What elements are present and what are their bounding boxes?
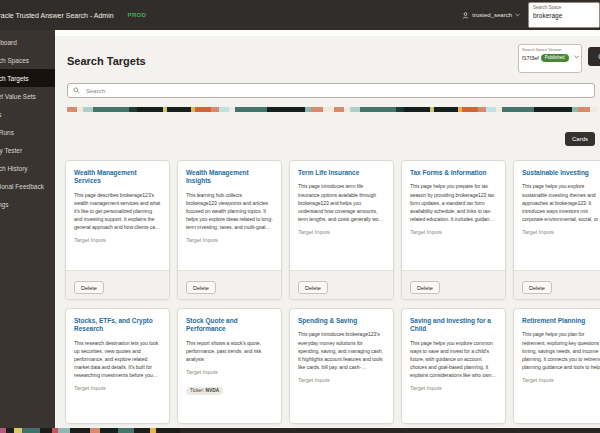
delete-button[interactable]: Delete	[74, 281, 104, 294]
delete-button[interactable]: Delete	[298, 281, 328, 294]
sidebar-item-label: Settings	[0, 201, 9, 208]
sidebar-item-label: Search History	[0, 165, 28, 172]
search-space-value: brokerage	[533, 11, 595, 20]
card-title-link[interactable]: Saving and Investing for a Child	[402, 309, 505, 334]
target-inputs-label: Target Inputs	[178, 231, 281, 243]
chip-value: NVDA	[206, 388, 220, 393]
card-spacer	[178, 396, 281, 423]
page-header-actions: Search Space Version f17f3ef Published C…	[518, 44, 600, 73]
search-target-card: Stock Quote and PerformanceThis report s…	[177, 308, 282, 424]
card-title-link[interactable]: Retirement Planning	[514, 309, 600, 325]
search-target-card: Wealth Management ServicesThis page desc…	[65, 160, 170, 300]
bottom-decorative-strip	[0, 428, 600, 433]
search-target-card: Stocks, ETFs, and Crypto ResearchThis re…	[65, 308, 170, 424]
target-inputs-label: Target Inputs	[66, 379, 169, 391]
app-window: Oracle Trusted Answer Search - Admin PRO…	[0, 0, 600, 433]
sidebar-item-additional-feedback[interactable]: Additional Feedback	[0, 177, 55, 195]
target-input-chips: Ticker: NVDA	[178, 375, 281, 396]
delete-button[interactable]: Delete	[186, 281, 216, 294]
target-inputs-label: Target Inputs	[290, 223, 393, 235]
search-target-card: Retirement PlanningThis page helps you p…	[513, 308, 600, 424]
decorative-art-strip	[67, 107, 597, 112]
card-title-link[interactable]: Sustainable Investing	[514, 161, 600, 177]
card-title-link[interactable]: Stocks, ETFs, and Crypto Research	[66, 309, 169, 334]
user-icon	[462, 12, 469, 19]
sidebar-item-settings[interactable]: Settings	[0, 195, 55, 213]
card-spacer	[402, 235, 505, 270]
card-title-link[interactable]: Term Life Insurance	[290, 161, 393, 177]
sidebar-item-rules[interactable]: Rules	[0, 105, 55, 123]
cards-view-toggle[interactable]: Cards	[565, 132, 595, 146]
sidebar-item-search-spaces[interactable]: Search Spaces	[0, 51, 55, 69]
search-target-card: Saving and Investing for a ChildThis pag…	[401, 308, 506, 424]
card-description: This page helps you prepare for tax seas…	[402, 177, 505, 222]
sidebar-item-label: Test Runs	[0, 129, 14, 136]
card-description: This page helps you explore sustainable …	[514, 177, 600, 222]
card-description: This page introduces brokerage123's ever…	[290, 325, 393, 370]
search-bar	[67, 83, 595, 98]
sidebar-item-test-runs[interactable]: Test Runs	[0, 123, 55, 141]
sidebar-item-label: Dashboard	[0, 39, 17, 46]
content-top-divider	[55, 30, 600, 36]
card-title-link[interactable]: Tax Forms & Information	[402, 161, 505, 177]
app-title: Oracle Trusted Answer Search - Admin	[0, 12, 114, 19]
card-footer: Delete	[66, 270, 169, 300]
sidebar-item-dashboard[interactable]: Dashboard	[0, 33, 55, 51]
top-bar: Oracle Trusted Answer Search - Admin PRO…	[0, 0, 600, 30]
version-value: f17f3ef	[522, 55, 539, 61]
sidebar-item-target-value-sets[interactable]: Target Value Sets	[0, 87, 55, 105]
search-target-card: Tax Forms & InformationThis page helps y…	[401, 160, 506, 300]
card-spacer	[66, 391, 169, 423]
search-target-card: Sustainable InvestingThis page helps you…	[513, 160, 600, 300]
card-spacer	[178, 243, 281, 269]
sidebar-nav: DashboardSearch SpacesSearch TargetsTarg…	[0, 30, 55, 428]
card-title-link[interactable]: Wealth Management Insights	[178, 161, 281, 186]
card-footer: Delete	[514, 270, 600, 300]
page-title: Search Targets	[67, 55, 146, 67]
card-spacer	[290, 383, 393, 423]
card-description: This page helps you explore common ways …	[402, 334, 505, 379]
card-description: This learning hub collects brokerage123 …	[178, 186, 281, 231]
sidebar-item-label: Query Tester	[0, 147, 22, 154]
main-content: Search Targets Search Space Version f17f…	[55, 30, 600, 433]
cards-grid: Wealth Management ServicesThis page desc…	[65, 160, 600, 424]
card-spacer	[402, 391, 505, 423]
card-footer: Delete	[290, 270, 393, 300]
card-description: This page describes brokerage123's wealt…	[66, 186, 169, 231]
sidebar-item-search-targets[interactable]: Search Targets	[0, 69, 55, 87]
create-button[interactable]: Create	[588, 47, 600, 66]
search-space-version-select[interactable]: Search Space Version f17f3ef Published	[518, 44, 582, 73]
delete-button[interactable]: Delete	[522, 281, 552, 294]
card-footer: Delete	[178, 270, 281, 300]
search-target-card: Wealth Management InsightsThis learning …	[177, 160, 282, 300]
card-title-link[interactable]: Spending & Saving	[290, 309, 393, 325]
card-description: This page introduces term life insurance…	[290, 177, 393, 222]
sidebar-item-query-tester[interactable]: Query Tester	[0, 141, 55, 159]
target-inputs-label: Target Inputs	[178, 363, 281, 375]
target-inputs-label: Target Inputs	[290, 371, 393, 383]
sidebar-item-search-history[interactable]: Search History	[0, 159, 55, 177]
card-spacer	[66, 243, 169, 269]
card-spacer	[290, 235, 393, 270]
card-title-link[interactable]: Stock Quote and Performance	[178, 309, 281, 334]
search-target-card: Term Life InsuranceThis page introduces …	[289, 160, 394, 300]
target-input-chip: Ticker: NVDA	[186, 387, 223, 395]
published-status-badge: Published	[541, 54, 569, 62]
chevron-down-icon	[515, 13, 520, 17]
card-spacer	[514, 383, 600, 423]
sidebar-item-label: Additional Feedback	[0, 183, 44, 190]
target-inputs-label: Target Inputs	[514, 223, 600, 235]
card-footer: Delete	[402, 270, 505, 300]
user-menu-label: trusted_search	[472, 12, 512, 18]
version-select-label: Search Space Version	[522, 47, 578, 53]
card-description: This page helps you plan for retirement,…	[514, 325, 600, 370]
search-space-combobox[interactable]: Search Space brokerage	[528, 2, 600, 28]
card-spacer	[514, 235, 600, 270]
user-menu[interactable]: trusted_search	[462, 12, 520, 19]
card-title-link[interactable]: Wealth Management Services	[66, 161, 169, 186]
card-description: This research destination lets you look …	[66, 334, 169, 379]
search-target-card: Spending & SavingThis page introduces br…	[289, 308, 394, 424]
search-input[interactable]	[84, 87, 589, 95]
card-description: This report shows a stock's quote, perfo…	[178, 334, 281, 363]
delete-button[interactable]: Delete	[410, 281, 440, 294]
